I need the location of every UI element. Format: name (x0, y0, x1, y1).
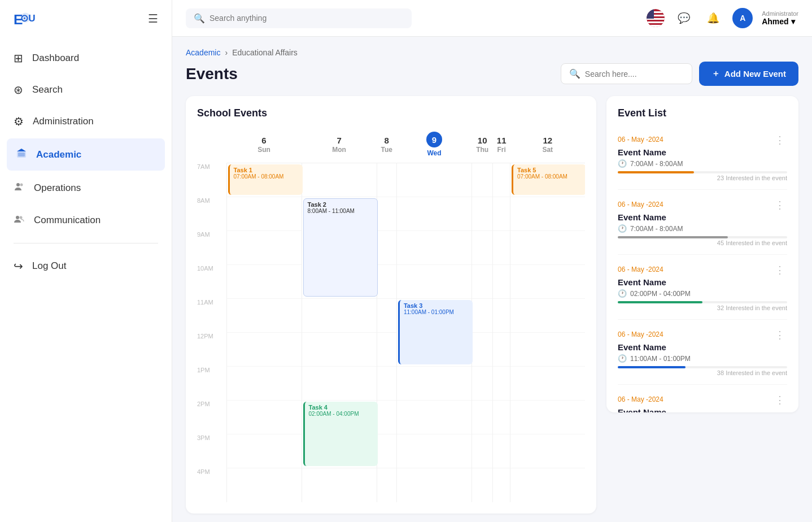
cal-empty-cell[interactable] (472, 468, 492, 502)
calendar-event[interactable]: Task 311:00AM - 01:00PM (398, 300, 473, 364)
cal-empty-cell[interactable] (377, 434, 396, 468)
cal-empty-cell[interactable] (472, 299, 492, 333)
messages-button[interactable]: 💬 (674, 8, 694, 28)
cal-empty-cell[interactable] (302, 468, 377, 502)
cal-empty-cell[interactable] (472, 333, 492, 367)
cal-empty-cell[interactable] (510, 299, 586, 333)
cal-event-cell[interactable]: Task 402:00AM - 04:00PM (302, 401, 377, 468)
event-card-menu[interactable]: ⋮ (772, 393, 787, 407)
cal-empty-cell[interactable] (396, 197, 472, 231)
cal-empty-cell[interactable] (377, 401, 396, 434)
calendar-event[interactable]: Task 28:00AM - 11:00AM (303, 198, 378, 297)
cal-empty-cell[interactable] (510, 367, 586, 401)
cal-empty-cell[interactable] (226, 468, 302, 502)
event-card-menu[interactable]: ⋮ (772, 198, 787, 212)
day-mon[interactable]: 7 Mon (302, 128, 377, 163)
sidebar-item-logout[interactable]: ↪ Log Out (0, 250, 172, 282)
cal-empty-cell[interactable] (472, 197, 492, 231)
cal-empty-cell[interactable] (510, 401, 586, 434)
cal-empty-cell[interactable] (493, 197, 510, 231)
cal-empty-cell[interactable] (302, 333, 377, 367)
cal-empty-cell[interactable] (493, 265, 510, 299)
cal-empty-cell[interactable] (377, 163, 396, 197)
calendar-event[interactable]: Task 402:00AM - 04:00PM (303, 402, 378, 466)
breadcrumb-parent[interactable]: Academic (186, 48, 220, 57)
cal-empty-cell[interactable] (510, 197, 586, 231)
cal-empty-cell[interactable] (377, 197, 396, 231)
calendar-event[interactable]: Task 107:00AM - 08:00AM (228, 164, 303, 195)
cal-empty-cell[interactable] (510, 468, 586, 502)
hamburger-button[interactable]: ☰ (148, 12, 158, 25)
cal-empty-cell[interactable] (493, 299, 510, 333)
cal-empty-cell[interactable] (493, 468, 510, 502)
cal-empty-cell[interactable] (226, 434, 302, 468)
topbar-search-box[interactable]: 🔍 (186, 8, 412, 28)
cal-empty-cell[interactable] (493, 333, 510, 367)
event-card-menu[interactable]: ⋮ (772, 263, 787, 277)
sidebar-item-dashboard[interactable]: ⊞ Dashboard (0, 42, 172, 74)
cal-empty-cell[interactable] (396, 163, 472, 197)
cal-empty-cell[interactable] (377, 367, 396, 401)
cal-empty-cell[interactable] (472, 401, 492, 434)
day-fri[interactable]: 11 Fri (493, 128, 510, 163)
cal-empty-cell[interactable] (396, 468, 472, 502)
cal-empty-cell[interactable] (493, 163, 510, 197)
event-search-input[interactable] (585, 69, 684, 79)
cal-empty-cell[interactable] (493, 434, 510, 468)
cal-empty-cell[interactable] (226, 197, 302, 231)
cal-empty-cell[interactable] (226, 299, 302, 333)
cal-event-cell[interactable]: Task 28:00AM - 11:00AM (302, 197, 377, 299)
add-event-button[interactable]: ＋ Add New Event (699, 62, 798, 86)
cal-empty-cell[interactable] (472, 265, 492, 299)
cal-empty-cell[interactable] (493, 401, 510, 434)
day-sat[interactable]: 12 Sat (510, 128, 586, 163)
cal-empty-cell[interactable] (472, 231, 492, 265)
topbar-search-input[interactable] (209, 14, 404, 23)
sidebar-item-operations[interactable]: Operations (0, 172, 172, 204)
day-sun[interactable]: 6 Sun (226, 128, 302, 163)
calendar-event[interactable]: Task 507:00AM - 08:00AM (512, 164, 585, 195)
cal-empty-cell[interactable] (396, 265, 472, 299)
cal-empty-cell[interactable] (510, 231, 586, 265)
cal-empty-cell[interactable] (396, 231, 472, 265)
cal-empty-cell[interactable] (377, 299, 396, 333)
notifications-button[interactable]: 🔔 (703, 8, 723, 28)
cal-empty-cell[interactable] (302, 163, 377, 197)
cal-empty-cell[interactable] (396, 367, 472, 401)
cal-empty-cell[interactable] (226, 231, 302, 265)
event-search-box[interactable]: 🔍 (561, 63, 692, 84)
event-card-menu[interactable]: ⋮ (772, 133, 787, 147)
cal-event-cell[interactable]: Task 311:00AM - 01:00PM (396, 299, 472, 367)
cal-event-cell[interactable]: Task 107:00AM - 08:00AM (226, 163, 302, 197)
avatar[interactable]: A (732, 8, 753, 28)
cal-empty-cell[interactable] (472, 163, 492, 197)
sidebar-item-search[interactable]: ⊛ Search (0, 74, 172, 106)
flag-icon[interactable] (647, 9, 665, 27)
cal-empty-cell[interactable] (226, 265, 302, 299)
sidebar-item-communication[interactable]: Communication (0, 204, 172, 236)
cal-empty-cell[interactable] (396, 434, 472, 468)
day-wed[interactable]: 9 Wed (396, 128, 472, 163)
sidebar-item-administration[interactable]: ⚙ Administration (0, 106, 172, 137)
cal-empty-cell[interactable] (510, 333, 586, 367)
event-card-menu[interactable]: ⋮ (772, 328, 787, 342)
cal-empty-cell[interactable] (302, 367, 377, 401)
cal-empty-cell[interactable] (377, 265, 396, 299)
cal-empty-cell[interactable] (510, 434, 586, 468)
cal-empty-cell[interactable] (493, 367, 510, 401)
cal-empty-cell[interactable] (226, 367, 302, 401)
day-thu[interactable]: 10 Thu (472, 128, 492, 163)
day-tue[interactable]: 8 Tue (377, 128, 396, 163)
cal-empty-cell[interactable] (472, 434, 492, 468)
cal-event-cell[interactable]: Task 507:00AM - 08:00AM (510, 163, 586, 197)
cal-empty-cell[interactable] (510, 265, 586, 299)
cal-empty-cell[interactable] (472, 367, 492, 401)
cal-empty-cell[interactable] (377, 468, 396, 502)
cal-empty-cell[interactable] (396, 401, 472, 434)
cal-empty-cell[interactable] (302, 299, 377, 333)
cal-empty-cell[interactable] (226, 333, 302, 367)
cal-empty-cell[interactable] (226, 401, 302, 434)
cal-empty-cell[interactable] (493, 231, 510, 265)
sidebar-item-academic[interactable]: Academic (7, 138, 165, 171)
cal-empty-cell[interactable] (377, 333, 396, 367)
